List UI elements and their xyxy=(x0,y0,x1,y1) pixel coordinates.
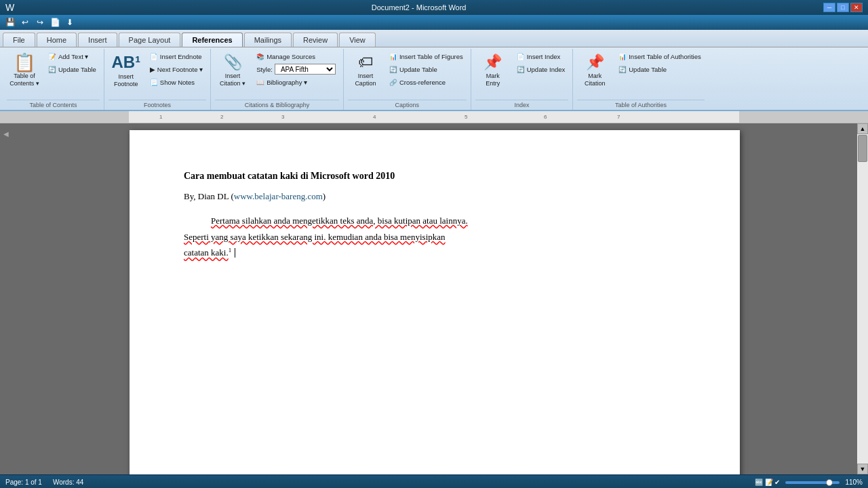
scroll-thumb[interactable] xyxy=(858,135,867,162)
mark-citation-button[interactable]: 📌 MarkCitation xyxy=(577,50,612,91)
table-of-contents-button[interactable]: 📋 Table ofContents ▾ xyxy=(7,50,42,91)
scrollbar-vertical[interactable]: ▲ ▼ xyxy=(857,123,868,474)
next-fn-icon: ▶ xyxy=(150,66,155,73)
title-bar: W Document2 - Microsoft Word ─ □ ✕ xyxy=(0,0,868,15)
ribbon-group-authorities: 📌 MarkCitation 📊 Insert Table of Authori… xyxy=(573,49,709,110)
update-table-toc-button[interactable]: 🔄 Update Table xyxy=(45,63,100,75)
cross-ref-icon: 🔗 xyxy=(389,79,397,86)
manage-sources-label: Manage Sources xyxy=(267,53,315,60)
paragraph-3: catatan kaki.1 xyxy=(184,246,686,260)
word-count: Words: 44 xyxy=(53,479,83,486)
status-bar: Page: 1 of 1 Words: 44 🔤 📝 ✔ 110% xyxy=(0,474,868,488)
main-area: ◀ Cara membuat catatan kaki di Microsoft… xyxy=(0,123,868,474)
tab-insert[interactable]: Insert xyxy=(78,33,117,47)
update-auth-icon: 🔄 xyxy=(618,66,627,73)
zoom-slider[interactable] xyxy=(785,481,840,484)
new-doc-quick-btn[interactable]: 📄 xyxy=(49,16,61,28)
mark-cit-icon: 📌 xyxy=(586,54,604,71)
cross-reference-button[interactable]: 🔗 Cross-reference xyxy=(386,76,467,88)
footnote-ref: 1 xyxy=(229,247,232,253)
update-index-button[interactable]: 🔄 Update Index xyxy=(513,63,569,75)
update-table-captions-button[interactable]: 🔄 Update Table xyxy=(386,63,467,75)
status-icons: 🔤 📝 ✔ xyxy=(755,479,781,486)
status-right: 🔤 📝 ✔ 110% xyxy=(755,479,863,486)
tab-home[interactable]: Home xyxy=(37,33,77,47)
insert-footnote-button[interactable]: AB¹ InsertFootnote xyxy=(108,50,144,91)
paragraph-1: Pertama silahkan anda mengetikkan teks a… xyxy=(211,214,686,228)
open-quick-btn[interactable]: ⬇ xyxy=(64,16,76,28)
scroll-down-btn[interactable]: ▼ xyxy=(857,464,868,474)
caption-icon: 🏷 xyxy=(358,54,373,71)
tab-mailings[interactable]: Mailings xyxy=(244,33,292,47)
para2-text: Seperti yang saya ketikkan sekarang ini.… xyxy=(184,232,446,242)
document-page[interactable]: Cara membuat catatan kaki di Microsoft w… xyxy=(130,130,740,474)
ribbon-group-citations: 📎 InsertCitation ▾ 📚 Manage Sources Styl… xyxy=(211,49,344,110)
ribbon-group-captions: 🏷 InsertCaption 📊 Insert Table of Figure… xyxy=(344,49,471,110)
insert-endnote-button[interactable]: 📄 Insert Endnote xyxy=(146,50,206,62)
minimize-button[interactable]: ─ xyxy=(823,3,835,12)
document-title: Cara membuat catatan kaki di Microsoft w… xyxy=(184,171,686,182)
update-table-toc-label: Update Table xyxy=(58,66,96,73)
page-status: Page: 1 of 1 xyxy=(5,479,42,486)
mark-entry-icon: 📌 xyxy=(484,54,502,71)
insert-caption-button[interactable]: 🏷 InsertCaption xyxy=(348,50,383,91)
tab-bar: File Home Insert Page Layout References … xyxy=(0,30,868,47)
redo-quick-btn[interactable]: ↪ xyxy=(34,16,46,28)
author-prefix: By, Dian DL ( xyxy=(184,191,234,201)
bib-icon: 📖 xyxy=(256,79,264,86)
zoom-thumb[interactable] xyxy=(826,479,833,486)
ribbon-group-index: 📌 MarkEntry 📄 Insert Index 🔄 Update Inde… xyxy=(471,49,574,110)
ribbon: 📋 Table ofContents ▾ 📝 Add Text ▾ 🔄 Upda… xyxy=(0,47,868,111)
mark-citation-label: MarkCitation xyxy=(585,73,606,87)
bibliography-label: Bibliography ▾ xyxy=(267,79,307,86)
undo-quick-btn[interactable]: ↩ xyxy=(19,16,31,28)
add-text-button[interactable]: 📝 Add Text ▾ xyxy=(45,50,100,62)
insert-auth-icon: 📊 xyxy=(618,53,627,60)
insert-citation-button[interactable]: 📎 InsertCitation ▾ xyxy=(215,50,250,91)
update-table-auth-button[interactable]: 🔄 Update Table xyxy=(615,63,705,75)
tab-references[interactable]: References xyxy=(182,33,242,47)
show-notes-button[interactable]: 📃 Show Notes xyxy=(146,76,206,88)
add-text-icon: 📝 xyxy=(48,53,56,60)
style-dropdown[interactable]: Style: APA Fifth xyxy=(253,63,339,75)
update-toc-icon: 🔄 xyxy=(48,66,56,73)
scroll-up-btn[interactable]: ▲ xyxy=(857,123,868,134)
update-index-label: Update Index xyxy=(527,66,566,73)
maximize-button[interactable]: □ xyxy=(837,3,849,12)
footnote-label: InsertFootnote xyxy=(114,73,138,88)
index-group-label: Index xyxy=(475,100,569,108)
tab-view[interactable]: View xyxy=(339,33,376,47)
ruler: 1 2 3 4 5 6 7 xyxy=(0,111,868,123)
bibliography-button[interactable]: 📖 Bibliography ▾ xyxy=(253,76,339,88)
authorities-group-label: Table of Authorities xyxy=(577,100,705,108)
style-select[interactable]: APA Fifth xyxy=(275,64,336,75)
left-scroll-btn: ◀ xyxy=(0,123,12,474)
document-author: By, Dian DL (www.belajar-bareng.com) xyxy=(184,191,686,202)
para1-text: Pertama silahkan anda mengetikkan teks a… xyxy=(211,216,468,226)
toc-label: Table ofContents ▾ xyxy=(9,73,39,87)
zoom-level: 110% xyxy=(845,479,863,486)
tab-page-layout[interactable]: Page Layout xyxy=(119,33,181,47)
cross-reference-label: Cross-reference xyxy=(399,79,446,86)
mark-entry-button[interactable]: 📌 MarkEntry xyxy=(475,50,511,91)
next-footnote-button[interactable]: ▶ Next Footnote ▾ xyxy=(146,63,206,75)
manage-src-icon: 📚 xyxy=(256,53,264,60)
save-quick-btn[interactable]: 💾 xyxy=(4,16,16,28)
manage-sources-button[interactable]: 📚 Manage Sources xyxy=(253,50,339,62)
para3-text: catatan kaki. xyxy=(184,247,229,258)
ribbon-group-toc: 📋 Table ofContents ▾ 📝 Add Text ▾ 🔄 Upda… xyxy=(3,49,104,110)
document-area: Cara membuat catatan kaki di Microsoft w… xyxy=(12,123,857,474)
insert-index-button[interactable]: 📄 Insert Index xyxy=(513,50,569,62)
left-nav-btn[interactable]: ◀ xyxy=(3,130,9,138)
tab-file[interactable]: File xyxy=(3,33,35,47)
scroll-track[interactable] xyxy=(857,134,868,464)
close-button[interactable]: ✕ xyxy=(850,3,863,12)
document-body: Pertama silahkan anda mengetikkan teks a… xyxy=(184,214,686,260)
author-link[interactable]: www.belajar-bareng.com xyxy=(234,191,323,201)
update-cap-icon: 🔄 xyxy=(389,66,397,73)
insert-table-figures-button[interactable]: 📊 Insert Table of Figures xyxy=(386,50,467,62)
text-cursor xyxy=(235,248,235,258)
style-label: Style: xyxy=(256,66,273,73)
insert-table-auth-button[interactable]: 📊 Insert Table of Authorities xyxy=(615,50,705,62)
tab-review[interactable]: Review xyxy=(293,33,338,47)
